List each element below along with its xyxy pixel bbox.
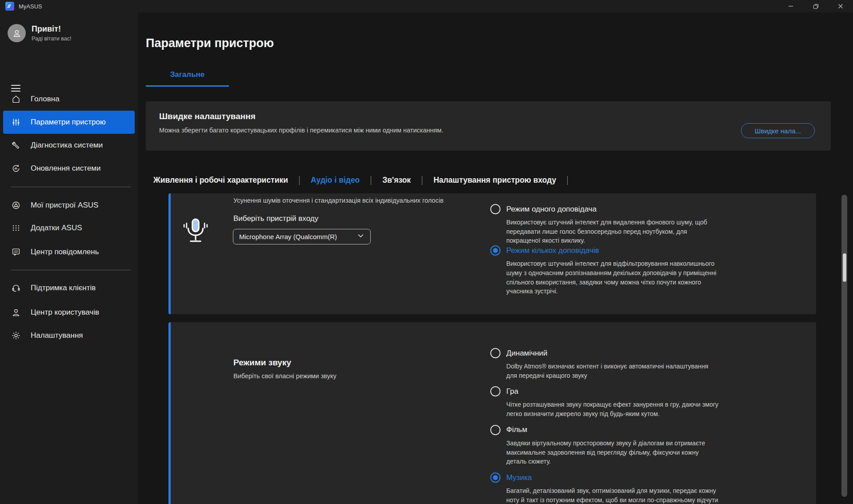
user-profile[interactable]: Привіт! Раді вітати вас!	[8, 24, 71, 42]
sound-modes-card: Режими звуку Виберіть свої власні режими…	[168, 322, 816, 504]
quick-settings-button[interactable]: Швидке нала...	[741, 123, 815, 138]
sidebar-item-label: Центр повідомлень	[31, 248, 99, 256]
radio-description: Використовує штучний інтелект для відфіл…	[506, 259, 719, 296]
microphone-icon	[183, 217, 208, 247]
microphone-subtitle: Усунення шумів оточення і стандартизація…	[233, 197, 444, 204]
greeting-title: Привіт!	[32, 24, 71, 34]
radio-label: Музика	[506, 473, 532, 482]
scrollbar-thumb[interactable]	[843, 253, 846, 282]
audio-subtabs: Живлення і робочі характеристики Аудіо і…	[153, 176, 568, 185]
tab-general[interactable]: Загальне	[146, 70, 229, 87]
microphone-card: Усунення шумів оточення і стандартизація…	[168, 193, 816, 314]
sidebar-item-asus-apps[interactable]: Додатки ASUS	[0, 216, 138, 240]
microphone-mode-options: Режим одного доповідача Використовує шту…	[490, 204, 797, 296]
sidebar-item-label: Підтримка клієнтів	[31, 284, 96, 292]
sidebar-item-home[interactable]: Головна	[0, 88, 138, 111]
devices-icon	[11, 200, 21, 210]
radio-label: Фільм	[506, 425, 527, 434]
subtab-audio-video[interactable]: Аудіо і відео	[311, 176, 360, 185]
sound-modes-title: Режими звуку	[233, 358, 291, 368]
apps-grid-icon	[11, 223, 21, 233]
sliders-icon	[11, 117, 21, 127]
radio-selected-icon[interactable]	[490, 472, 501, 483]
radio-description: Завдяки віртуальному просторовому звуку …	[506, 439, 719, 466]
radio-option-game[interactable]: Гра Чітке розташування звуку покращує еф…	[490, 386, 797, 418]
input-device-dropdown[interactable]: Microphone Array (Qualcomm(R)	[233, 229, 371, 244]
radio-label: Режим одного доповідача	[506, 205, 597, 214]
sidebar-item-label: Параметри пристрою	[31, 118, 106, 127]
close-icon	[838, 4, 843, 9]
sound-modes-subtitle: Виберіть свої власні режими звуку	[233, 372, 336, 380]
radio-option-movie[interactable]: Фільм Завдяки віртуальному просторовому …	[490, 425, 797, 466]
radio-description: Багатий, деталізований звук, оптимізован…	[506, 486, 719, 504]
radio-label: Режим кількох доповідачів	[506, 246, 599, 255]
sidebar-item-settings[interactable]: Налаштування	[0, 324, 138, 347]
subtab-separator	[299, 176, 300, 185]
radio-unselected-icon[interactable]	[490, 425, 501, 435]
radio-option-single-presenter[interactable]: Режим одного доповідача Використовує шту…	[490, 204, 797, 245]
input-device-label: Виберіть пристрій входу	[233, 214, 318, 223]
minimize-icon	[788, 4, 793, 9]
user-icon	[11, 308, 21, 317]
sidebar-item-label: Головна	[31, 95, 60, 104]
close-button[interactable]	[828, 0, 853, 12]
sidebar-item-system-update[interactable]: Оновлення системи	[0, 157, 138, 180]
sidebar: Привіт! Раді вітати вас! Головна Парамет…	[0, 12, 138, 504]
sidebar-item-customer-support[interactable]: Підтримка клієнтів	[0, 276, 138, 300]
avatar	[8, 24, 26, 42]
radio-label: Гра	[506, 387, 518, 396]
minimize-button[interactable]	[778, 0, 803, 12]
app-title: MyASUS	[19, 3, 42, 10]
radio-unselected-icon[interactable]	[490, 386, 501, 396]
sound-mode-options: Динамічний Dolby Atmos® визначає контент…	[490, 348, 797, 504]
quick-settings-description: Можна зберегти багато користувацьких про…	[159, 127, 817, 134]
update-icon	[11, 164, 21, 173]
quick-settings-card: Швидке налаштування Можна зберегти багат…	[146, 101, 831, 151]
radio-label: Динамічний	[506, 349, 548, 358]
sidebar-item-message-center[interactable]: Центр повідомлень	[0, 240, 138, 264]
myasus-logo-icon	[5, 2, 14, 11]
radio-selected-icon[interactable]	[490, 245, 501, 256]
radio-option-multi-presenter[interactable]: Режим кількох доповідачів Використовує ш…	[490, 245, 797, 296]
card-accent-bar	[168, 193, 171, 314]
radio-option-music[interactable]: Музика Багатий, деталізований звук, опти…	[490, 472, 797, 504]
sidebar-item-device-settings[interactable]: Параметри пристрою	[3, 111, 135, 134]
sidebar-divider	[11, 187, 131, 187]
sidebar-item-label: Оновлення системи	[31, 164, 101, 173]
radio-option-dynamic[interactable]: Динамічний Dolby Atmos® визначає контент…	[490, 348, 797, 380]
sidebar-item-label: Налаштування	[31, 331, 83, 340]
sidebar-item-my-devices[interactable]: Мої пристрої ASUS	[0, 194, 138, 217]
input-device-value: Microphone Array (Qualcomm(R)	[239, 233, 337, 240]
radio-unselected-icon[interactable]	[490, 348, 501, 358]
radio-unselected-icon[interactable]	[490, 204, 501, 214]
quick-settings-title: Швидке налаштування	[159, 112, 817, 121]
subtab-power[interactable]: Живлення і робочі характеристики	[153, 176, 288, 185]
sidebar-item-label: Додатки ASUS	[31, 224, 82, 232]
sidebar-item-user-center[interactable]: Центр користувачів	[0, 301, 138, 324]
restore-icon	[813, 4, 819, 9]
window-controls	[778, 0, 853, 12]
sidebar-item-diagnostics[interactable]: Діагностика системи	[0, 134, 138, 157]
radio-description: Чітке розташування звуку покращує ефект …	[506, 400, 719, 418]
restore-button[interactable]	[803, 0, 828, 12]
subtab-separator	[567, 176, 568, 185]
sidebar-divider	[11, 270, 131, 270]
settings-cards: Усунення шумів оточення і стандартизація…	[168, 193, 816, 504]
card-accent-bar	[168, 322, 171, 504]
scrollbar-track[interactable]	[841, 195, 847, 497]
sidebar-item-label: Діагностика системи	[31, 141, 103, 150]
subtab-connectivity[interactable]: Зв'язок	[382, 176, 411, 185]
radio-description: Dolby Atmos® визначає контент і виконує …	[506, 362, 719, 380]
sidebar-item-label: Мої пристрої ASUS	[31, 201, 98, 210]
radio-description: Використовує штучний інтелект для видале…	[506, 218, 719, 245]
subtab-input-device[interactable]: Налаштування пристрою входу	[433, 176, 556, 185]
chevron-down-icon	[357, 232, 364, 241]
greeting-subtitle: Раді вітати вас!	[32, 36, 71, 42]
home-icon	[11, 94, 21, 104]
titlebar: MyASUS	[0, 0, 853, 12]
subtab-separator	[371, 176, 371, 185]
wrench-icon	[11, 140, 21, 150]
sidebar-item-label: Центр користувачів	[31, 308, 99, 317]
page-title: Параметри пристрою	[146, 36, 274, 50]
subtab-separator	[422, 176, 422, 185]
